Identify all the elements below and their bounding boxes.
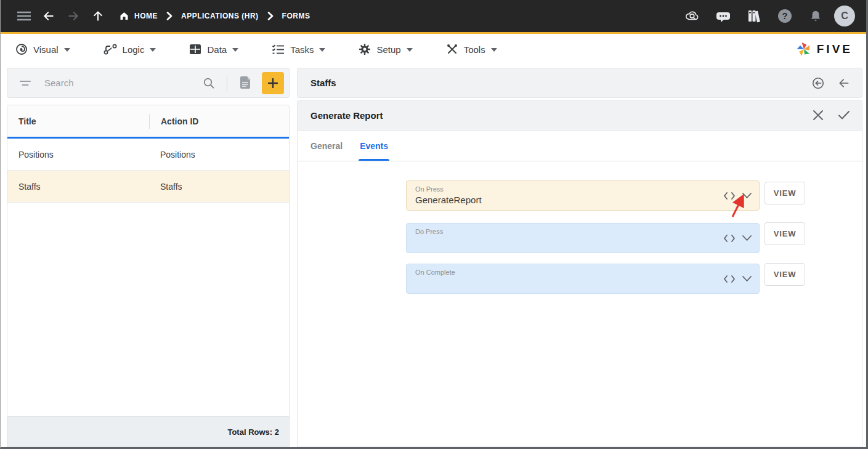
- breadcrumb-home[interactable]: HOME: [119, 11, 158, 21]
- chevron-down-icon[interactable]: [742, 235, 752, 241]
- field-do-press[interactable]: Do Press: [406, 223, 760, 253]
- breadcrumb-applications[interactable]: APPLICATIONS (HR): [181, 12, 259, 20]
- field-on-complete[interactable]: On Complete: [406, 264, 760, 294]
- arrow-right-icon: [67, 10, 80, 22]
- help-button[interactable]: ?: [773, 4, 797, 28]
- view-do-press-button[interactable]: VIEW: [765, 222, 805, 245]
- chat-bot-icon: [716, 10, 731, 23]
- code-icon[interactable]: [724, 275, 735, 283]
- breadcrumb: HOME APPLICATIONS (HR) FORMS: [119, 11, 310, 21]
- chevron-right-icon: [267, 12, 274, 20]
- assistant-button[interactable]: [711, 4, 736, 28]
- tools-icon: [446, 43, 458, 55]
- chevron-down-icon: [319, 48, 325, 52]
- five-logo: FIVE: [796, 36, 853, 63]
- bell-icon: [809, 9, 822, 23]
- gear-icon: [359, 43, 371, 55]
- column-header-action-id[interactable]: Action ID: [149, 114, 289, 129]
- table-row-staffs[interactable]: Staffs Staffs: [7, 171, 289, 203]
- view-on-complete-button[interactable]: VIEW: [765, 263, 805, 286]
- data-table-icon: [189, 44, 201, 55]
- total-rows-label: Total Rows: 2: [227, 427, 279, 437]
- back-arrow-button[interactable]: [834, 73, 854, 94]
- chevron-down-icon: [491, 48, 497, 52]
- topbar-actions: ? C: [680, 4, 855, 28]
- generate-report-panel: Generate Report General Events On Press: [297, 100, 862, 447]
- library-books-icon: [747, 9, 761, 23]
- table-header: Title Action ID: [7, 105, 289, 139]
- table-footer: Total Rows: 2: [7, 416, 289, 447]
- chevron-down-icon[interactable]: [742, 193, 752, 198]
- form-tabs: General Events: [298, 131, 862, 161]
- menu-visual[interactable]: Visual: [15, 43, 70, 55]
- help-icon: ?: [778, 9, 792, 23]
- table-row-positions[interactable]: Positions Positions: [7, 139, 289, 171]
- chevron-down-icon[interactable]: [742, 276, 752, 281]
- menu-data[interactable]: Data: [189, 44, 238, 55]
- search-icon[interactable]: [198, 73, 219, 94]
- field-on-press[interactable]: On Press GenerateReport: [406, 180, 760, 211]
- cancel-button[interactable]: [808, 105, 829, 126]
- chevron-right-icon: [166, 12, 172, 20]
- menu-tasks[interactable]: Tasks: [272, 44, 325, 55]
- code-icon[interactable]: [724, 192, 735, 200]
- five-pinwheel-icon: [796, 41, 812, 57]
- menu-bar: Visual Logic Data Tasks: [1, 36, 866, 63]
- code-icon[interactable]: [724, 235, 735, 242]
- view-on-press-button[interactable]: VIEW: [765, 182, 805, 204]
- breadcrumb-label: HOME: [134, 12, 158, 20]
- search-input[interactable]: [44, 78, 198, 88]
- cloud-search-icon: [684, 9, 700, 23]
- tasks-checklist-icon: [272, 44, 285, 55]
- chevron-down-icon: [407, 48, 413, 52]
- menu-logic[interactable]: Logic: [103, 43, 156, 55]
- record-title: Staffs: [310, 78, 336, 88]
- notifications-button[interactable]: [803, 4, 828, 28]
- menu-setup[interactable]: Setup: [359, 43, 412, 55]
- logic-icon: [103, 43, 117, 55]
- chevron-down-icon: [150, 48, 156, 52]
- form-header-bar: Generate Report: [298, 100, 862, 131]
- revert-button[interactable]: [808, 73, 829, 94]
- arrow-left-icon: [42, 10, 55, 22]
- active-tab-indicator: [359, 159, 389, 161]
- divider: [227, 75, 227, 91]
- filter-icon[interactable]: [20, 79, 31, 87]
- menu-tools[interactable]: Tools: [446, 43, 497, 55]
- form-title: Generate Report: [310, 110, 383, 121]
- hamburger-menu-button[interactable]: [12, 4, 36, 28]
- avatar[interactable]: C: [834, 6, 855, 26]
- top-navbar: HOME APPLICATIONS (HR) FORMS: [1, 0, 866, 34]
- add-record-button[interactable]: [262, 72, 284, 94]
- forward-button[interactable]: [61, 4, 86, 28]
- visual-icon: [15, 43, 28, 55]
- tab-general[interactable]: General: [302, 131, 351, 161]
- search-bar: [7, 68, 290, 98]
- chevron-down-icon: [232, 48, 238, 52]
- column-header-title[interactable]: Title: [7, 116, 149, 126]
- up-level-button[interactable]: [86, 4, 110, 28]
- tab-events[interactable]: Events: [351, 131, 397, 161]
- hamburger-icon: [17, 11, 31, 21]
- record-header-bar: Staffs: [297, 68, 862, 98]
- back-button[interactable]: [36, 4, 61, 28]
- breadcrumb-forms[interactable]: FORMS: [282, 12, 310, 20]
- chevron-down-icon: [64, 48, 70, 52]
- cloud-inspect-button[interactable]: [680, 4, 705, 28]
- arrow-up-icon: [92, 9, 104, 23]
- brand-name: FIVE: [817, 42, 853, 56]
- copy-document-button[interactable]: [235, 73, 256, 94]
- forms-table: Title Action ID Positions Positions Staf…: [7, 105, 290, 447]
- app-window: HOME APPLICATIONS (HR) FORMS: [0, 0, 868, 449]
- save-button[interactable]: [834, 105, 854, 126]
- documentation-button[interactable]: [742, 4, 766, 28]
- home-icon: [119, 11, 129, 21]
